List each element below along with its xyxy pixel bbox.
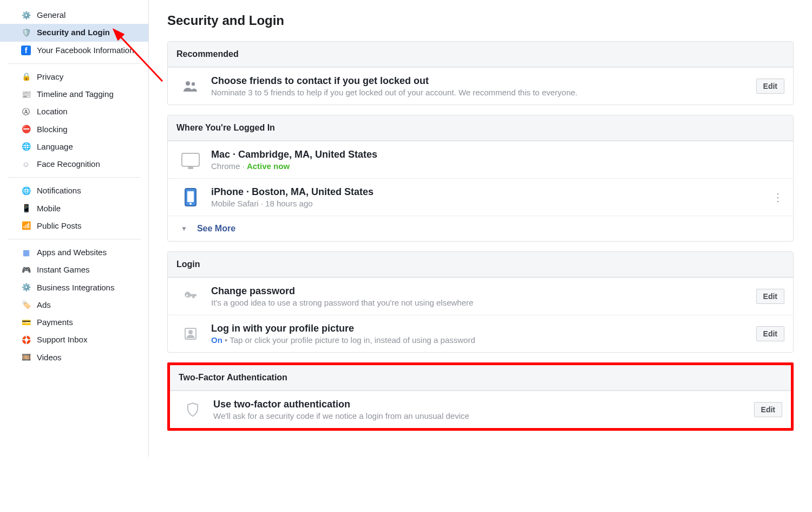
sidebar-item-notifications[interactable]: 🌐Notifications: [0, 182, 148, 199]
location-icon: Ⓐ: [21, 106, 31, 117]
sidebar-item-ads[interactable]: 🏷️Ads: [0, 296, 148, 314]
svg-point-3: [189, 330, 192, 334]
session-row[interactable]: Mac · Cambridge, MA, United States Chrom…: [168, 141, 793, 178]
session-row[interactable]: iPhone · Boston, MA, United States Mobil…: [168, 178, 793, 216]
sidebar-item-public-posts[interactable]: 📶Public Posts: [0, 217, 148, 235]
edit-button[interactable]: Edit: [756, 79, 784, 94]
face-icon: ☺: [21, 159, 31, 170]
videos-icon: 🎞️: [21, 352, 31, 363]
support-icon: 🛟: [21, 334, 31, 345]
two-factor-highlight: Two-Factor Authentication Use two-factor…: [167, 362, 794, 431]
login-profile-title: Log in with your profile picture: [211, 323, 750, 334]
sidebar-item-face-recognition[interactable]: ☺Face Recognition: [0, 155, 148, 173]
recommended-friends-row[interactable]: Choose friends to contact if you get loc…: [168, 67, 793, 105]
recommended-friends-sub: Nominate 3 to 5 friends to help if you g…: [211, 88, 750, 97]
session-title: iPhone · Boston, MA, United States: [211, 186, 765, 198]
recommended-friends-title: Choose friends to contact if you get loc…: [211, 75, 750, 87]
sidebar-item-security-and-login[interactable]: 🛡️Security and Login: [0, 24, 148, 41]
change-password-sub: It's a good idea to use a strong passwor…: [211, 298, 750, 307]
main-content: Security and Login Recommended Choose fr…: [149, 0, 812, 457]
sidebar-item-your-facebook-information[interactable]: fYour Facebook Information: [0, 42, 148, 59]
change-password-row[interactable]: Change password It's a good idea to use …: [168, 277, 793, 315]
sidebar-item-mobile[interactable]: 📱Mobile: [0, 200, 148, 217]
sidebar-item-general[interactable]: ⚙️General: [0, 7, 148, 24]
sidebar-item-label: Instant Games: [37, 264, 90, 275]
session-sub: Chrome · Active now: [211, 161, 784, 171]
edit-button[interactable]: Edit: [756, 326, 784, 341]
see-more-label: See More: [197, 224, 235, 234]
sidebar-item-label: Language: [37, 141, 73, 152]
gear-icon: ⚙️: [21, 10, 31, 21]
payments-icon: 💳: [21, 317, 31, 328]
sidebar-item-blocking[interactable]: ⛔Blocking: [0, 121, 148, 138]
sidebar-item-label: Notifications: [37, 185, 81, 196]
sidebar-item-location[interactable]: ⒶLocation: [0, 103, 148, 120]
edit-button[interactable]: Edit: [754, 402, 782, 417]
sidebar-item-instant-games[interactable]: 🎮Instant Games: [0, 261, 148, 278]
page-title: Security and Login: [167, 13, 794, 28]
sidebar-item-label: General: [37, 10, 66, 21]
sidebar-item-label: Blocking: [37, 124, 68, 135]
logged-in-header: Where You're Logged In: [168, 115, 793, 141]
two-factor-panel: Two-Factor Authentication Use two-factor…: [170, 365, 791, 428]
sidebar-item-label: Mobile: [37, 203, 61, 214]
globe-icon: 🌐: [21, 185, 31, 196]
ads-icon: 🏷️: [21, 300, 31, 310]
lock-icon: 🔒: [21, 72, 31, 82]
use-two-factor-row[interactable]: Use two-factor authentication We'll ask …: [170, 391, 791, 428]
apps-icon: ▦: [21, 247, 31, 258]
recommended-panel: Recommended Choose friends to contact if…: [167, 41, 794, 105]
sidebar-item-label: Location: [37, 106, 68, 117]
sidebar-item-label: Videos: [37, 352, 62, 363]
session-title: Mac · Cambridge, MA, United States: [211, 149, 784, 160]
sidebar-item-label: Apps and Websites: [37, 247, 107, 258]
sidebar-item-label: Business Integrations: [37, 282, 114, 293]
profile-picture-icon: [181, 324, 200, 344]
two-factor-header: Two-Factor Authentication: [170, 365, 791, 391]
sidebar-item-label: Face Recognition: [37, 159, 100, 170]
sidebar-item-privacy[interactable]: 🔒Privacy: [0, 68, 148, 86]
friends-icon: [181, 76, 200, 96]
svg-point-0: [186, 81, 190, 86]
shield-icon: 🛡️: [21, 27, 31, 38]
sidebar-item-label: Your Facebook Information: [37, 45, 134, 56]
sidebar-item-payments[interactable]: 💳Payments: [0, 314, 148, 331]
logged-in-panel: Where You're Logged In Mac · Cambridge, …: [167, 115, 794, 242]
games-icon: 🎮: [21, 264, 31, 275]
see-more-row[interactable]: ▼ See More: [168, 216, 793, 241]
sidebar-item-label: Ads: [37, 300, 51, 310]
monitor-icon: [181, 150, 200, 170]
timeline-icon: 📰: [21, 89, 31, 100]
sidebar-item-support-inbox[interactable]: 🛟Support Inbox: [0, 331, 148, 348]
sidebar-item-label: Privacy: [37, 72, 63, 82]
rss-icon: 📶: [21, 221, 31, 231]
facebook-icon: f: [21, 45, 31, 56]
sidebar-item-label: Security and Login: [37, 27, 110, 38]
language-icon: 🌐: [21, 141, 31, 152]
login-header: Login: [168, 252, 793, 277]
sidebar-item-timeline-and-tagging[interactable]: 📰Timeline and Tagging: [0, 86, 148, 103]
svg-point-1: [192, 82, 195, 86]
mobile-icon: 📱: [21, 203, 31, 214]
key-icon: [181, 287, 200, 306]
edit-button[interactable]: Edit: [756, 289, 784, 304]
shield-icon: [183, 400, 202, 419]
session-more-menu[interactable]: ⋮: [771, 191, 784, 204]
change-password-title: Change password: [211, 286, 750, 297]
recommended-header: Recommended: [168, 42, 793, 67]
business-icon: ⚙️: [21, 282, 31, 293]
sidebar-item-label: Support Inbox: [37, 334, 87, 345]
chevron-down-icon: ▼: [181, 225, 187, 232]
blocking-icon: ⛔: [21, 124, 31, 135]
sidebar-item-label: Timeline and Tagging: [37, 89, 114, 100]
settings-sidebar: ⚙️General🛡️Security and LoginfYour Faceb…: [0, 0, 149, 457]
login-profile-picture-row[interactable]: Log in with your profile picture On • Ta…: [168, 315, 793, 352]
sidebar-item-videos[interactable]: 🎞️Videos: [0, 349, 148, 366]
sidebar-item-business-integrations[interactable]: ⚙️Business Integrations: [0, 279, 148, 296]
sidebar-item-label: Public Posts: [37, 221, 82, 231]
sidebar-item-language[interactable]: 🌐Language: [0, 138, 148, 155]
use-two-factor-sub: We'll ask for a security code if we noti…: [213, 411, 748, 420]
sidebar-item-label: Payments: [37, 317, 73, 328]
sidebar-item-apps-and-websites[interactable]: ▦Apps and Websites: [0, 244, 148, 261]
login-profile-sub: On • Tap or click your profile picture t…: [211, 335, 750, 345]
